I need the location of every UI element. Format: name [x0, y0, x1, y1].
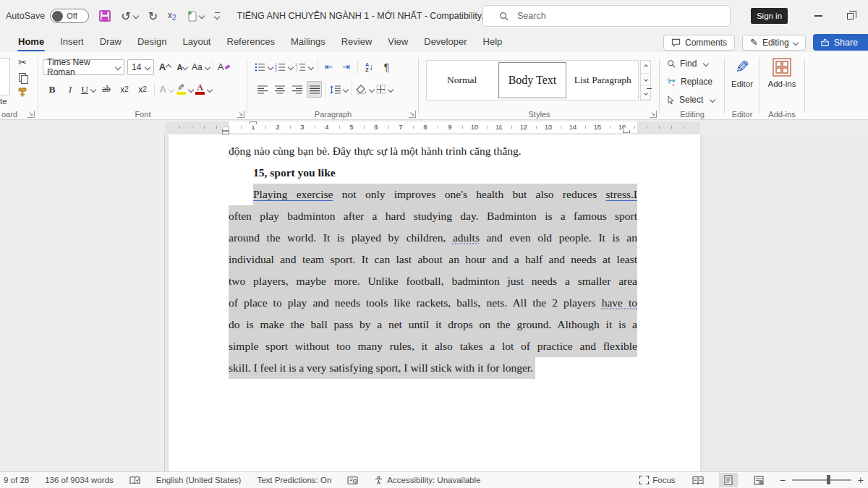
- word-count[interactable]: 136 of 9034 words: [43, 476, 115, 484]
- shrink-font-button[interactable]: A: [174, 59, 190, 75]
- font-family-select[interactable]: Times New Roman: [43, 59, 124, 75]
- tab-insert[interactable]: Insert: [52, 33, 92, 51]
- editor-status-button[interactable]: [346, 476, 359, 485]
- italic-button[interactable]: I: [62, 81, 78, 98]
- grow-font-button[interactable]: A: [157, 59, 173, 75]
- clear-formatting-button[interactable]: A: [216, 59, 232, 75]
- horizontal-ruler[interactable]: 12345678910111213141516: [165, 121, 700, 133]
- replace-button[interactable]: cb Replace: [667, 77, 712, 87]
- document-title-text: TIẾNG ANH CHUYÊN NGÀNH 1 - MỚI NHẤT - Co…: [237, 11, 489, 21]
- highlight-color-button[interactable]: ✎: [176, 81, 193, 98]
- underline-button[interactable]: U: [80, 81, 96, 98]
- undo-button[interactable]: ↺: [121, 9, 137, 23]
- subscript-qat-button[interactable]: x2: [168, 10, 176, 22]
- line-spacing-button[interactable]: [330, 81, 348, 98]
- borders-icon: [376, 85, 386, 94]
- tab-view[interactable]: View: [380, 33, 416, 51]
- copy-button[interactable]: [19, 73, 27, 82]
- font-size-select[interactable]: 14: [127, 59, 154, 75]
- style-list-paragraph[interactable]: List Paragraph: [569, 62, 637, 98]
- text-effects-button[interactable]: A: [158, 81, 174, 98]
- decrease-indent-button[interactable]: ⇤: [321, 59, 336, 75]
- align-right-button[interactable]: [289, 81, 305, 98]
- minimize-icon[interactable]: [814, 15, 822, 17]
- increase-indent-button[interactable]: ⇥: [339, 59, 354, 75]
- align-left-button[interactable]: [255, 81, 270, 98]
- proofing-status-button[interactable]: [128, 476, 142, 485]
- strikethrough-button[interactable]: ab: [98, 81, 114, 98]
- align-center-button[interactable]: [272, 81, 287, 98]
- autosave-toggle[interactable]: Off: [50, 9, 89, 23]
- sort-button[interactable]: AZ↓: [362, 59, 377, 75]
- print-layout-button[interactable]: [719, 473, 738, 487]
- styles-dialog-launcher[interactable]: [650, 111, 657, 118]
- shading-button[interactable]: [356, 81, 374, 98]
- bullets-button[interactable]: [255, 59, 273, 75]
- tab-design[interactable]: Design: [129, 33, 174, 51]
- redo-button[interactable]: ↻: [148, 9, 158, 23]
- show-hide-marks-button[interactable]: ¶: [379, 59, 394, 75]
- search-input[interactable]: [517, 11, 698, 21]
- text-predictions-indicator[interactable]: Text Predictions: On: [255, 476, 333, 484]
- multilevel-list-button[interactable]: 1ii: [295, 59, 313, 75]
- tab-developer[interactable]: Developer: [416, 33, 475, 51]
- restore-icon[interactable]: [847, 13, 854, 20]
- zoom-in-button[interactable]: +: [858, 476, 864, 484]
- paste-button[interactable]: [0, 58, 10, 95]
- sign-in-button[interactable]: Sign in: [751, 8, 788, 24]
- increase-indent-icon: ⇥: [342, 61, 350, 72]
- search-bar[interactable]: [482, 5, 731, 27]
- editing-mode-button[interactable]: ✎ Editing: [742, 35, 806, 51]
- read-mode-button[interactable]: [689, 473, 707, 487]
- comments-button[interactable]: Comments: [663, 35, 735, 51]
- addins-button[interactable]: Add-ins: [760, 58, 804, 88]
- autosave-control: AutoSave Off: [6, 9, 89, 23]
- borders-button[interactable]: [376, 81, 393, 98]
- editor-button[interactable]: ✎ Editor: [725, 58, 760, 88]
- tab-review[interactable]: Review: [333, 33, 380, 51]
- justify-button[interactable]: [307, 81, 322, 98]
- zoom-out-button[interactable]: −: [780, 476, 786, 484]
- tab-draw[interactable]: Draw: [92, 33, 129, 51]
- customize-qat-button[interactable]: [214, 12, 221, 20]
- styles-scroll-up-button[interactable]: [641, 61, 650, 74]
- subscript-button[interactable]: x2: [116, 81, 132, 98]
- share-button[interactable]: Share: [813, 34, 868, 51]
- select-button[interactable]: Select: [667, 95, 715, 105]
- document-page[interactable]: động nào cùng bạn bè. Đây thực sự là một…: [169, 134, 700, 471]
- cut-button[interactable]: ✂: [18, 56, 27, 68]
- zoom-slider-handle[interactable]: [827, 475, 830, 484]
- font-color-button[interactable]: A: [195, 81, 212, 98]
- focus-mode-button[interactable]: Focus: [638, 476, 676, 484]
- page-indicator[interactable]: 9 of 28: [2, 476, 30, 484]
- find-button[interactable]: Find: [667, 59, 708, 69]
- web-layout-button[interactable]: [749, 473, 768, 487]
- chevron-down-icon: [132, 13, 138, 19]
- save-button[interactable]: [99, 10, 111, 22]
- paragraph-dialog-launcher[interactable]: [409, 111, 416, 118]
- change-case-button[interactable]: Aa: [192, 59, 210, 75]
- language-indicator[interactable]: English (United States): [155, 476, 243, 484]
- tab-layout[interactable]: Layout: [174, 33, 218, 51]
- bold-button[interactable]: B: [44, 81, 60, 98]
- tab-mailings[interactable]: Mailings: [283, 33, 333, 51]
- ruler-row: 12345678910111213141516: [0, 120, 868, 134]
- numbering-button[interactable]: 123: [275, 59, 293, 75]
- style-normal[interactable]: Normal: [428, 62, 495, 98]
- document-title[interactable]: TIẾNG ANH CHUYÊN NGÀNH 1 - MỚI NHẤT - Co…: [237, 11, 496, 21]
- tab-home[interactable]: Home: [10, 33, 52, 51]
- styles-gallery-more-button[interactable]: [641, 86, 650, 100]
- tab-references[interactable]: References: [219, 33, 283, 51]
- clipboard-dialog-launcher[interactable]: [27, 111, 35, 118]
- print-layout-icon: [724, 475, 733, 485]
- tab-help[interactable]: Help: [475, 33, 511, 51]
- styles-scroll-down-button[interactable]: [641, 74, 650, 87]
- paste-label-partial: te: [0, 97, 7, 106]
- paste-qat-button[interactable]: [187, 10, 204, 22]
- format-painter-button[interactable]: [17, 87, 27, 98]
- zoom-slider[interactable]: [792, 479, 851, 481]
- font-dialog-launcher[interactable]: [237, 111, 244, 118]
- style-body-text[interactable]: Body Text: [498, 62, 566, 98]
- superscript-button[interactable]: x2: [135, 81, 150, 98]
- accessibility-status-button[interactable]: Accessibility: Unavailable: [373, 476, 482, 485]
